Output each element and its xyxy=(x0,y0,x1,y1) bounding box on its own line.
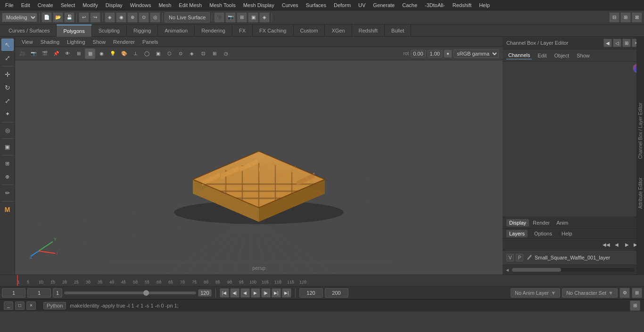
last-tool-btn[interactable]: ▣ xyxy=(1,141,14,153)
viewport-shading-menu[interactable]: Shading xyxy=(38,38,62,46)
menu-generate[interactable]: Generate xyxy=(370,1,398,9)
snap2-btn[interactable]: ◉ xyxy=(116,12,126,23)
ch-tab-channels[interactable]: Channels xyxy=(506,51,532,59)
render2-btn[interactable]: 📷 xyxy=(225,12,236,23)
tab-xgen[interactable]: XGen xyxy=(325,24,352,37)
tab-curves-surfaces[interactable]: Curves / Surfaces xyxy=(2,24,57,37)
vt-color-btn[interactable]: 🎨 xyxy=(119,49,129,59)
tab-rigging[interactable]: Rigging xyxy=(127,24,158,37)
bc-settings-btn[interactable]: ⚙ xyxy=(619,288,630,298)
vt-grid-btn[interactable]: ⊞ xyxy=(74,49,84,59)
universal-tool-btn[interactable]: ✦ xyxy=(1,108,14,120)
vt-manip-btn[interactable]: ◷ xyxy=(221,49,231,59)
tab-redshift[interactable]: Redshift xyxy=(352,24,385,37)
play-fwd-end[interactable]: ▶| xyxy=(282,288,291,298)
layer-pencil-icon[interactable] xyxy=(525,254,533,261)
rot-x-value[interactable]: 0.00 xyxy=(411,50,425,57)
viewport-view-menu[interactable]: View xyxy=(19,38,36,46)
layer-row-1[interactable]: V P Small_Square_Waffle_001_layer xyxy=(504,252,642,263)
menu-edit-mesh[interactable]: Edit Mesh xyxy=(175,1,205,9)
tab-fx-caching[interactable]: FX Caching xyxy=(253,24,293,37)
vt-eye-btn[interactable]: 👁 xyxy=(62,49,73,59)
right-panel-btn3[interactable]: ⊞ xyxy=(622,39,631,47)
frame-tick[interactable]: 1 xyxy=(53,288,62,298)
play-back-start[interactable]: |◀ xyxy=(220,288,229,298)
playback-slider-thumb[interactable] xyxy=(143,290,149,296)
bottom-close-btn[interactable]: × xyxy=(26,301,36,310)
vt-pin-btn[interactable]: 📌 xyxy=(51,49,61,59)
vt-smooth-btn[interactable]: ◯ xyxy=(141,49,152,59)
playback-end-num[interactable]: 120 xyxy=(299,288,323,298)
vt-select-btn[interactable]: ▣ xyxy=(153,49,163,59)
right-panel-btn2[interactable]: ◁ xyxy=(613,39,621,47)
play-fwd-step[interactable]: |▶ xyxy=(261,288,271,298)
vt-normals-btn[interactable]: ⊥ xyxy=(130,49,140,59)
render4-btn[interactable]: ▣ xyxy=(248,12,258,23)
layer-arrow-next[interactable]: ▶ xyxy=(622,240,632,249)
layer-tab-anim[interactable]: Anim xyxy=(553,219,571,227)
lasso-tool-btn[interactable]: ⤢ xyxy=(1,52,14,64)
menu-mesh-display[interactable]: Mesh Display xyxy=(240,1,278,9)
menu-display[interactable]: Display xyxy=(102,1,126,9)
layer-tab-render[interactable]: Render xyxy=(530,219,553,227)
menu-edit[interactable]: Edit xyxy=(18,1,33,9)
viewport-renderer-menu[interactable]: Renderer xyxy=(110,38,138,46)
vt-isolate-btn[interactable]: ⬡ xyxy=(164,49,174,59)
snap4-btn[interactable]: ⊙ xyxy=(139,12,149,23)
new-scene-btn[interactable]: 📄 xyxy=(41,12,52,23)
layer-sub-options[interactable]: Options xyxy=(531,230,555,237)
vt-shade-btn[interactable]: ◉ xyxy=(96,49,107,59)
play-fwd-next[interactable]: ▶| xyxy=(272,288,281,298)
viewport-panels-menu[interactable]: Panels xyxy=(140,38,161,46)
menu-select[interactable]: Select xyxy=(58,1,79,9)
paint-btn[interactable]: ✏ xyxy=(1,187,14,199)
menu-surfaces[interactable]: Surfaces xyxy=(303,1,330,9)
vt-deform-btn[interactable]: ⊞ xyxy=(209,49,220,59)
maya-logo-btn[interactable]: M xyxy=(1,203,14,216)
python-label[interactable]: Python xyxy=(43,302,66,309)
snap3-btn[interactable]: ⊕ xyxy=(127,12,138,23)
redo-btn[interactable]: ↪ xyxy=(90,12,100,23)
char-set-selector[interactable]: No Character Set ▼ xyxy=(562,288,618,298)
vt-light-btn[interactable]: 💡 xyxy=(107,49,118,59)
frame-start-num[interactable]: 1 xyxy=(2,288,25,298)
menu-cache[interactable]: Cache xyxy=(399,1,421,9)
ch-tab-object[interactable]: Object xyxy=(552,52,571,59)
play-forward[interactable]: ▶ xyxy=(251,288,260,298)
menu-mesh-tools[interactable]: Mesh Tools xyxy=(206,1,239,9)
frame-end-num[interactable]: 120 xyxy=(198,289,211,297)
right-panel-btn1[interactable]: ◀ xyxy=(603,39,612,47)
menu-uv[interactable]: UV xyxy=(355,1,369,9)
menu-redshift[interactable]: Redshift xyxy=(449,1,475,9)
vt-img-btn[interactable]: 📷 xyxy=(28,49,39,59)
scroll-thumb[interactable] xyxy=(512,268,561,272)
vt-anim-btn[interactable]: 🎬 xyxy=(40,49,50,59)
layout-btn2[interactable]: ⊞ xyxy=(620,12,631,23)
layer-arrow-prev[interactable]: ◀ xyxy=(612,240,621,249)
menu-3dtall[interactable]: -3DtoAll- xyxy=(421,1,448,9)
move-tool-btn[interactable]: ✛ xyxy=(1,68,14,81)
snap5-btn[interactable]: ◎ xyxy=(150,12,160,23)
menu-create[interactable]: Create xyxy=(34,1,57,9)
side-label-attribute-editor[interactable]: Attribute Editor xyxy=(638,178,643,209)
bottom-minimize-btn[interactable]: _ xyxy=(4,301,13,310)
layout-btn3[interactable]: ⊠ xyxy=(632,12,642,23)
scale-tool-btn[interactable]: ⤢ xyxy=(1,95,14,107)
layout-btn1[interactable]: ⊟ xyxy=(609,12,619,23)
vt-rig-btn[interactable]: ⊡ xyxy=(198,49,208,59)
gamma-select[interactable]: sRGB gamma xyxy=(454,49,499,58)
snap2-tool-btn[interactable]: ⊕ xyxy=(1,170,14,183)
tab-rendering[interactable]: Rendering xyxy=(195,24,232,37)
vt-wire-btn[interactable]: ▦ xyxy=(85,49,95,59)
layer-v-toggle[interactable]: V xyxy=(506,254,514,261)
soft-sel-btn[interactable]: ◎ xyxy=(1,124,14,137)
render-btn[interactable]: 🎥 xyxy=(214,12,224,23)
scroll-left-arrow[interactable]: ◀ xyxy=(504,266,511,274)
tab-animation[interactable]: Animation xyxy=(158,24,195,37)
render5-btn[interactable]: ◈ xyxy=(259,12,270,23)
rotate-tool-btn[interactable]: ↻ xyxy=(1,81,14,94)
layer-tab-display[interactable]: Display xyxy=(506,219,529,227)
menu-windows[interactable]: Windows xyxy=(127,1,155,9)
menu-modify[interactable]: Modify xyxy=(79,1,101,9)
vt-camera-btn[interactable]: 🎥 xyxy=(17,49,27,59)
